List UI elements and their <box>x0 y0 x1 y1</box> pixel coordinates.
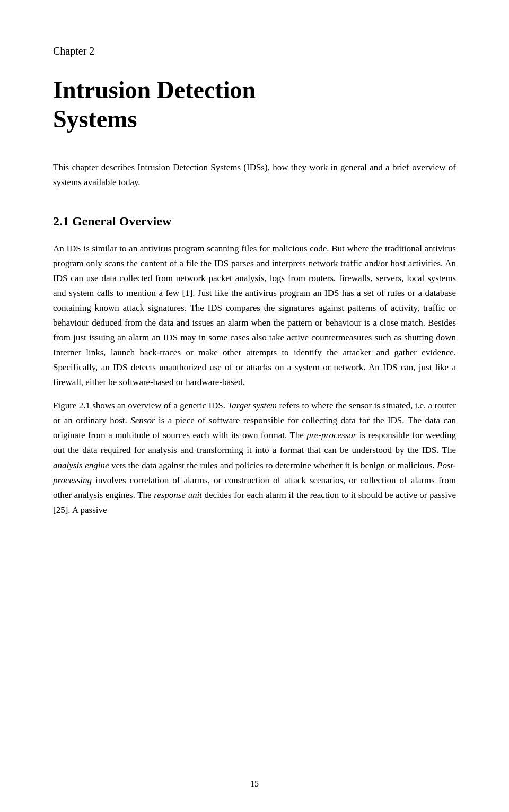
body-text-block: An IDS is similar to an antivirus progra… <box>53 241 456 518</box>
chapter-label: Chapter 2 <box>53 42 456 59</box>
page: Chapter 2 Intrusion DetectionSystems Thi… <box>0 0 509 812</box>
page-number: 15 <box>250 777 259 791</box>
body-paragraph-2: Figure 2.1 shows an overview of a generi… <box>53 398 456 517</box>
section-heading: 2.1 General Overview <box>53 211 456 231</box>
intro-paragraph: This chapter describes Intrusion Detecti… <box>53 160 456 190</box>
body-paragraph-1: An IDS is similar to an antivirus progra… <box>53 241 456 390</box>
chapter-title: Intrusion DetectionSystems <box>53 75 456 134</box>
